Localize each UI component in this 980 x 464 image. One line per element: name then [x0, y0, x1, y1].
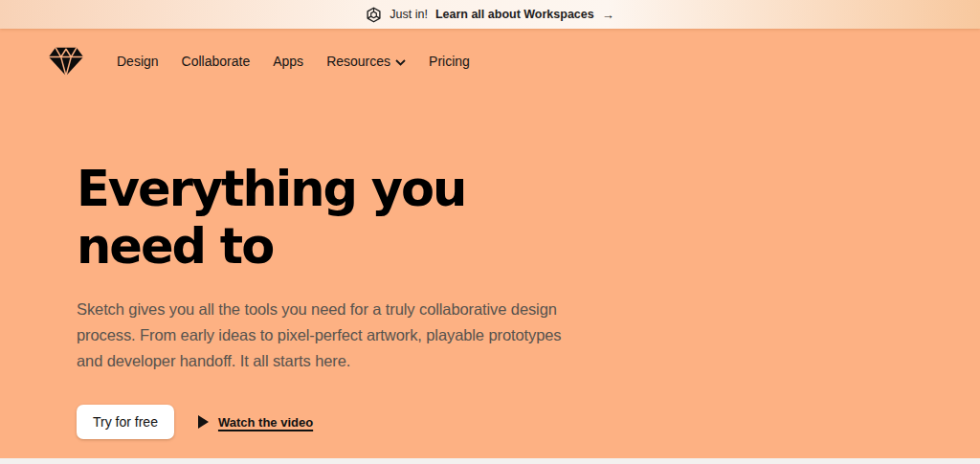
nav-links: Design Collaborate Apps Resources Pricin… — [105, 48, 481, 75]
try-for-free-button[interactable]: Try for free — [77, 405, 174, 439]
nav-item-resources[interactable]: Resources — [315, 48, 417, 75]
hero-heading-line2: need to — [77, 218, 980, 276]
nav-item-design[interactable]: Design — [105, 48, 170, 75]
banner-link-text[interactable]: Learn all about Workspaces — [435, 8, 594, 21]
hero-heading-line1: Everything you — [77, 161, 980, 218]
hero-heading: Everything you need to — [77, 161, 980, 276]
sketch-diamond-logo[interactable] — [48, 47, 84, 77]
nav-item-apps[interactable]: Apps — [261, 48, 315, 75]
announcement-banner[interactable]: Just in! Learn all about Workspaces → — [0, 0, 980, 29]
play-icon — [198, 415, 209, 429]
banner-arrow-icon: → — [602, 8, 614, 22]
below-fold-strip — [0, 458, 980, 464]
banner-prefix-text: Just in! — [390, 8, 428, 21]
nav-item-pricing[interactable]: Pricing — [417, 48, 481, 75]
sketch-homepage: Just in! Learn all about Workspaces → De… — [0, 0, 980, 464]
main-nav: Design Collaborate Apps Resources Pricin… — [0, 29, 980, 77]
watch-video-label: Watch the video — [218, 415, 313, 430]
chevron-down-icon — [395, 59, 406, 66]
nav-item-collaborate[interactable]: Collaborate — [170, 48, 262, 75]
cta-row: Try for free Watch the video — [77, 405, 980, 439]
watch-video-link[interactable]: Watch the video — [198, 415, 313, 430]
workspaces-hexagon-icon — [366, 7, 382, 23]
hero-section: Design Collaborate Apps Resources Pricin… — [0, 29, 980, 458]
hero-content: Everything you need to Sketch gives you … — [0, 161, 980, 439]
hero-paragraph: Sketch gives you all the tools you need … — [77, 297, 980, 374]
